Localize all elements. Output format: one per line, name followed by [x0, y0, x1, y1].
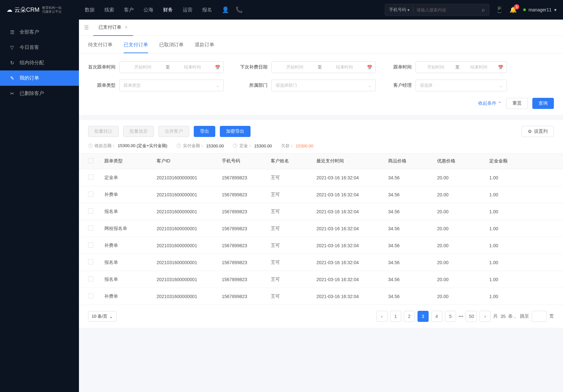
table-row[interactable]: 网校报名单 2021031600000001 1567899823 王可 202… — [79, 220, 563, 237]
page-button[interactable]: 4 — [431, 311, 442, 322]
encrypted-export-button[interactable]: 加密导出 — [220, 126, 251, 137]
col-phone-header: 手机号码 — [222, 158, 271, 164]
sidebar-item[interactable]: ✂已删除客户 — [0, 86, 79, 101]
table-row[interactable]: 报名单 2021031600000001 1567899823 王可 2021-… — [79, 271, 563, 288]
cell-id: 2021031600000001 — [157, 226, 222, 231]
query-button[interactable]: 查询 — [532, 98, 554, 109]
jump-label: 跳至 — [520, 313, 529, 319]
tab-bar: ☰ 已支付订单 ✕ — [79, 20, 563, 36]
follow-type-select[interactable]: 跟单类型 ⌄ — [119, 80, 224, 91]
deposit-value: 15300.00 — [254, 143, 272, 148]
cell-phone: 1567899823 — [222, 192, 271, 197]
table-row[interactable]: 报名单 2021031600000001 1567899823 王可 2021-… — [79, 254, 563, 271]
batch-transfer-button[interactable]: 批量转让 — [88, 126, 119, 137]
select-placeholder: 请选择部门 — [276, 83, 297, 88]
search-icon[interactable]: ⌕ — [482, 7, 485, 13]
nav-item[interactable]: 公海 — [144, 7, 153, 13]
nav-item[interactable]: 财务 — [163, 7, 173, 13]
sidebar-label: 组内待分配 — [20, 60, 44, 66]
nav-item[interactable]: 数据 — [85, 7, 95, 13]
menu-toggle-icon[interactable]: ☰ — [84, 24, 89, 31]
row-checkbox[interactable] — [88, 276, 93, 281]
row-checkbox[interactable] — [88, 259, 93, 264]
phone-icon[interactable]: 📞 — [236, 6, 243, 13]
sidebar-item[interactable]: ✎我的订单 — [0, 70, 79, 86]
follow-time-label: 跟单时间 — [392, 64, 412, 70]
cell-name: 王可 — [271, 277, 316, 282]
row-checkbox[interactable] — [88, 191, 93, 197]
user-menu[interactable]: manager11 ▾ — [523, 7, 556, 12]
row-checkbox[interactable] — [88, 174, 93, 180]
nav-item[interactable]: 运营 — [183, 7, 192, 13]
cell-id: 2021031600000001 — [157, 294, 222, 299]
select-all-checkbox[interactable] — [88, 158, 93, 163]
cell-id: 2021031600000001 — [157, 209, 222, 214]
table-row[interactable]: 定金单 2021031600000001 1567899823 王可 2021-… — [79, 169, 563, 186]
export-button[interactable]: 导出 — [194, 126, 215, 137]
row-checkbox[interactable] — [88, 225, 93, 231]
chevron-down-icon: ⌄ — [499, 83, 503, 88]
sub-tab[interactable]: 已支付订单 — [124, 42, 148, 53]
sidebar: ☰全部客户▽今日首客↻组内待分配✎我的订单✂已删除客户 — [0, 20, 79, 392]
chevron-up-icon: ⌃ — [498, 101, 502, 106]
sidebar-label: 今日首客 — [20, 44, 39, 51]
follow-time-range[interactable]: 开始时间 至 结束时间 📅 — [416, 61, 507, 73]
col-time-header: 最近支付时间 — [316, 158, 388, 164]
prev-page-button[interactable]: ‹ — [376, 311, 388, 322]
cell-discount: 20.00 — [437, 226, 489, 231]
close-icon[interactable]: ✕ — [125, 25, 128, 30]
action-bar: 批量转让 批量放弃 合并客户 导出 加密导出 ⚙ 设置列 — [79, 120, 563, 143]
table-row[interactable]: 补费单 2021031600000001 1567899823 王可 2021-… — [79, 288, 563, 305]
page-button[interactable]: 3 — [418, 311, 429, 322]
cell-time: 2021-03-16 16:32:04 — [316, 209, 388, 214]
dept-select[interactable]: 请选择部门 ⌄ — [271, 80, 376, 91]
first-follow-range[interactable]: 开始时间 至 结束时间 📅 — [119, 61, 224, 73]
page-button[interactable]: 2 — [404, 311, 415, 322]
sidebar-item[interactable]: ▽今日首客 — [0, 40, 79, 55]
cell-price: 34.56 — [388, 260, 437, 265]
row-checkbox[interactable] — [88, 293, 93, 298]
last-page-button[interactable]: 50 — [466, 311, 477, 322]
sub-tab[interactable]: 待支付订单 — [88, 42, 113, 53]
merge-button[interactable]: 合并客户 — [159, 126, 189, 137]
cell-type: 补费单 — [104, 243, 157, 249]
cell-deposit: 1.00 — [489, 294, 522, 299]
collapse-link[interactable]: 收起条件 ⌃ — [478, 100, 502, 106]
nav-item[interactable]: 线索 — [104, 7, 114, 13]
end-date: 结束时间 — [325, 64, 365, 70]
pagination: 10 条/页 ⌄ ‹ 12345 ••• 50 › 共 35 条， 跳至 页 — [79, 305, 563, 328]
sidebar-item[interactable]: ☰全部客户 — [0, 24, 79, 40]
set-columns-button[interactable]: ⚙ 设置列 — [522, 126, 554, 137]
sub-tab[interactable]: 已取消订单 — [159, 42, 184, 53]
cell-id: 2021031600000001 — [157, 243, 222, 248]
row-checkbox[interactable] — [88, 208, 93, 214]
table-row[interactable]: 报名单 2021031600000001 1567899823 王可 2021-… — [79, 203, 563, 220]
cell-phone: 1567899823 — [222, 226, 271, 231]
table-row[interactable]: 补费单 2021031600000001 1567899823 王可 2021-… — [79, 237, 563, 254]
user-icon[interactable]: 👤 — [222, 6, 229, 13]
batch-abandon-button[interactable]: 批量放弃 — [123, 126, 154, 137]
search-type-label: 手机号码 — [389, 7, 406, 13]
tab-paid-orders[interactable]: 已支付订单 ✕ — [93, 20, 133, 36]
nav-item[interactable]: 报名 — [202, 7, 212, 13]
bell-icon[interactable]: 🔔5 — [510, 6, 517, 13]
total-prefix: 共 — [493, 313, 498, 319]
sub-tab[interactable]: 退款订单 — [195, 42, 214, 53]
cell-time: 2021-03-16 16:32:04 — [316, 192, 388, 197]
page-button[interactable]: 1 — [390, 311, 401, 322]
search-type-select[interactable]: 手机号码 ▾ — [389, 7, 413, 13]
search-input[interactable] — [417, 8, 482, 12]
mobile-icon[interactable]: 📱 — [496, 6, 503, 13]
mgr-select[interactable]: 请选择 ⌄ — [416, 80, 507, 91]
row-checkbox[interactable] — [88, 242, 93, 248]
select-placeholder: 请选择 — [420, 83, 433, 88]
page-button[interactable]: 5 — [445, 311, 456, 322]
page-size-select[interactable]: 10 条/页 ⌄ — [88, 311, 116, 322]
page-jump-input[interactable] — [532, 311, 547, 322]
next-page-button[interactable]: › — [479, 311, 491, 322]
table-row[interactable]: 补费单 2021031600000001 1567899823 王可 2021-… — [79, 186, 563, 203]
sidebar-item[interactable]: ↻组内待分配 — [0, 55, 79, 70]
next-fee-range[interactable]: 开始时间 至 结束时间 📅 — [271, 61, 376, 73]
reset-button[interactable]: 重置 — [506, 98, 528, 109]
nav-item[interactable]: 客户 — [124, 7, 134, 13]
